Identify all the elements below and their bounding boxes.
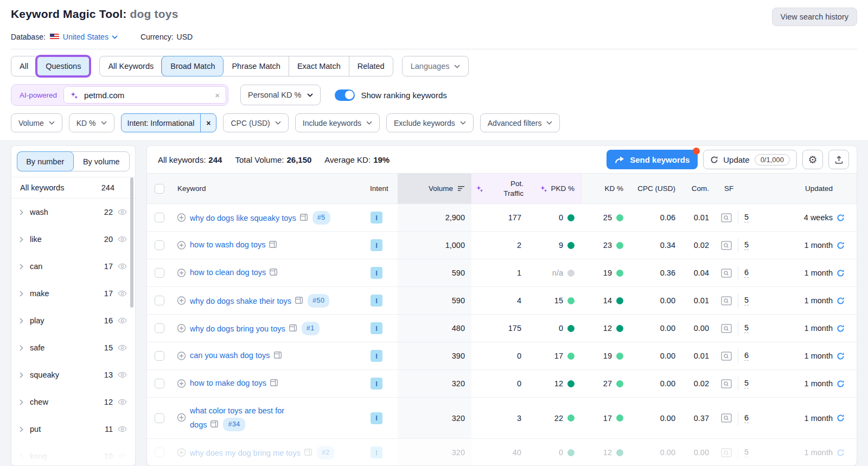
refresh-icon[interactable] [837, 214, 845, 222]
keyword-group-safe[interactable]: safe15 [11, 334, 135, 361]
add-keyword-icon[interactable] [177, 324, 186, 333]
serp-preview-icon[interactable] [721, 352, 732, 361]
serp-features-icon[interactable] [270, 379, 278, 386]
personal-kd-dropdown[interactable]: Personal KD % [240, 85, 321, 105]
add-keyword-icon[interactable] [177, 296, 186, 305]
chevron-right-icon[interactable] [20, 345, 23, 351]
filter-advanced-filters[interactable]: Advanced filters [480, 113, 560, 132]
filter-include-keywords[interactable]: Include keywords [295, 113, 380, 132]
eye-icon[interactable] [118, 344, 127, 351]
database-select[interactable]: United States [63, 33, 118, 41]
column-updated[interactable]: Updated [763, 174, 857, 203]
chevron-right-icon[interactable] [20, 426, 23, 432]
refresh-icon[interactable] [837, 241, 845, 250]
clear-search-icon[interactable]: × [215, 91, 220, 100]
keyword-group-make[interactable]: make17 [11, 280, 135, 307]
filter-volume[interactable]: Volume [11, 113, 62, 132]
serp-preview-icon[interactable] [721, 213, 732, 222]
serp-preview-icon[interactable] [721, 269, 732, 278]
sf-value[interactable]: 5 [744, 448, 749, 457]
keyword-link[interactable]: how to make dog toys [190, 379, 266, 387]
filter-label[interactable]: Intent: Informational [122, 119, 201, 127]
keyword-link[interactable]: can you wash dog toys [190, 351, 270, 360]
row-checkbox[interactable] [155, 240, 164, 250]
serp-features-icon[interactable] [269, 241, 277, 248]
show-ranking-keywords-toggle[interactable] [335, 90, 355, 101]
keyword-group-put[interactable]: put11 [11, 416, 135, 443]
row-checkbox[interactable] [155, 413, 164, 423]
column-cpc[interactable]: CPC (USD) [632, 174, 682, 203]
row-checkbox[interactable] [155, 268, 164, 278]
keyword-link[interactable]: how to wash dog toys [190, 240, 265, 249]
eye-icon[interactable] [118, 453, 127, 459]
add-keyword-icon[interactable] [177, 213, 186, 222]
tab-all-keywords[interactable]: All Keywords [100, 56, 162, 76]
column-kd[interactable]: KD % [582, 174, 632, 203]
keyword-group-play[interactable]: play16 [11, 307, 135, 334]
row-checkbox[interactable] [155, 296, 164, 305]
column-com[interactable]: Com. [682, 174, 713, 203]
add-keyword-icon[interactable] [177, 413, 186, 422]
refresh-icon[interactable] [837, 269, 845, 277]
refresh-icon[interactable] [837, 324, 845, 333]
refresh-icon[interactable] [837, 352, 845, 360]
refresh-icon[interactable] [837, 380, 845, 388]
column-pot-traffic[interactable]: Pot. Traffic [471, 174, 526, 203]
serp-preview-icon[interactable] [721, 324, 732, 333]
row-checkbox[interactable] [155, 448, 164, 457]
tab-by-number[interactable]: By number [17, 152, 73, 171]
update-button[interactable]: Update 0/1,000 [703, 150, 797, 169]
add-keyword-icon[interactable] [177, 269, 186, 278]
chevron-right-icon[interactable] [20, 209, 23, 215]
eye-icon[interactable] [118, 426, 127, 432]
eye-icon[interactable] [118, 263, 127, 270]
sidebar-scrollbar[interactable] [130, 177, 133, 308]
refresh-icon[interactable] [837, 414, 845, 422]
filter-cpc-usd[interactable]: CPC (USD) [223, 113, 288, 132]
column-pkd[interactable]: PKD % [526, 174, 582, 203]
sf-value[interactable]: 6 [744, 413, 749, 423]
refresh-icon[interactable] [837, 297, 845, 305]
column-sf[interactable]: SF [713, 174, 763, 203]
select-all-checkbox[interactable] [155, 184, 164, 194]
sf-value[interactable]: 5 [744, 323, 749, 333]
add-keyword-icon[interactable] [177, 448, 186, 457]
serp-preview-icon[interactable] [721, 296, 732, 305]
send-keywords-button[interactable]: Send keywords [607, 150, 698, 169]
keyword-search-input[interactable] [83, 90, 210, 100]
sf-value[interactable]: 6 [744, 268, 749, 278]
search-box[interactable]: × [63, 86, 226, 104]
row-checkbox[interactable] [155, 213, 164, 222]
tab-broad-match[interactable]: Broad Match [162, 56, 223, 76]
serp-preview-icon[interactable] [721, 448, 732, 457]
keyword-group-chew[interactable]: chew12 [11, 388, 135, 416]
column-volume[interactable]: Volume [398, 174, 471, 203]
tab-phrase-match[interactable]: Phrase Match [223, 56, 288, 76]
keyword-link[interactable]: how to clean dog toys [190, 268, 266, 277]
eye-icon[interactable] [118, 372, 127, 378]
chevron-right-icon[interactable] [20, 318, 23, 324]
add-keyword-icon[interactable] [177, 352, 186, 361]
eye-icon[interactable] [118, 209, 127, 215]
chevron-right-icon[interactable] [20, 399, 23, 405]
keyword-group-squeaky[interactable]: squeaky13 [11, 361, 135, 388]
eye-icon[interactable] [118, 317, 127, 324]
serp-features-icon[interactable] [289, 324, 297, 331]
tab-all[interactable]: All [11, 56, 36, 76]
chevron-right-icon[interactable] [20, 454, 23, 459]
keyword-link[interactable]: why do dogs like squeaky toys [190, 213, 296, 222]
eye-icon[interactable] [118, 399, 127, 405]
keyword-group-like[interactable]: like20 [11, 226, 135, 253]
all-keywords-row[interactable]: All keywords 244 [11, 177, 135, 199]
keyword-group-can[interactable]: can17 [11, 253, 135, 280]
serp-preview-icon[interactable] [721, 241, 732, 250]
add-keyword-icon[interactable] [177, 241, 186, 250]
serp-preview-icon[interactable] [721, 413, 732, 423]
serp-preview-icon[interactable] [721, 379, 732, 388]
eye-icon[interactable] [118, 290, 127, 297]
row-checkbox[interactable] [155, 351, 164, 361]
export-button[interactable] [828, 150, 849, 169]
keyword-link[interactable]: why does my dog bring me toys [190, 448, 301, 457]
refresh-icon[interactable] [837, 449, 845, 457]
add-keyword-icon[interactable] [177, 379, 186, 388]
